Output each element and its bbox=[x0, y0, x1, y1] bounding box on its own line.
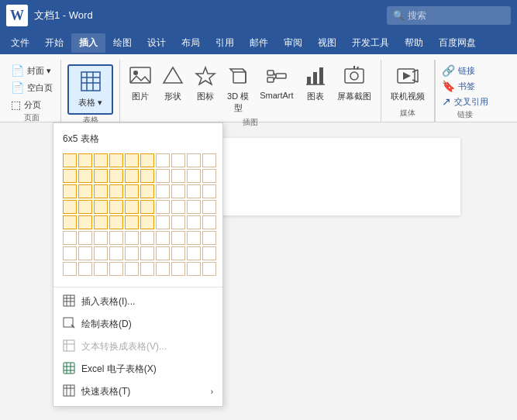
grid-cell[interactable] bbox=[63, 200, 77, 214]
grid-cell[interactable] bbox=[187, 231, 201, 245]
grid-cell[interactable] bbox=[125, 215, 139, 229]
grid-cell[interactable] bbox=[63, 153, 77, 167]
menu-home[interactable]: 开始 bbox=[37, 33, 71, 53]
ribbon-btn-blank-page[interactable]: 📄 空白页 bbox=[8, 80, 56, 95]
grid-cell[interactable] bbox=[202, 262, 216, 276]
grid-cell[interactable] bbox=[125, 262, 139, 276]
grid-cell[interactable] bbox=[156, 153, 170, 167]
grid-cell[interactable] bbox=[94, 215, 108, 229]
grid-cell[interactable] bbox=[109, 246, 123, 260]
grid-cell[interactable] bbox=[187, 184, 201, 198]
grid-cell[interactable] bbox=[187, 246, 201, 260]
grid-cell[interactable] bbox=[109, 153, 123, 167]
grid-cell[interactable] bbox=[202, 215, 216, 229]
grid-cell[interactable] bbox=[78, 215, 92, 229]
grid-cell[interactable] bbox=[78, 153, 92, 167]
menu-references[interactable]: 引用 bbox=[208, 33, 242, 53]
grid-cell[interactable] bbox=[171, 184, 185, 198]
grid-cell[interactable] bbox=[125, 246, 139, 260]
grid-cell[interactable] bbox=[125, 153, 139, 167]
dropdown-excel-table[interactable]: Excel 电子表格(X) bbox=[53, 358, 222, 380]
grid-cell[interactable] bbox=[202, 169, 216, 183]
grid-cell[interactable] bbox=[187, 153, 201, 167]
grid-cell[interactable] bbox=[140, 262, 154, 276]
grid-cell[interactable] bbox=[125, 184, 139, 198]
grid-cell[interactable] bbox=[109, 200, 123, 214]
grid-cell[interactable] bbox=[140, 246, 154, 260]
grid-cell[interactable] bbox=[94, 184, 108, 198]
grid-cell[interactable] bbox=[156, 200, 170, 214]
grid-cell[interactable] bbox=[63, 169, 77, 183]
menu-developer[interactable]: 开发工具 bbox=[344, 33, 397, 53]
grid-cell[interactable] bbox=[171, 153, 185, 167]
grid-cell[interactable] bbox=[109, 262, 123, 276]
ribbon-btn-3d[interactable]: 3D 模型 bbox=[222, 63, 253, 117]
grid-cell[interactable] bbox=[125, 169, 139, 183]
menu-baidu[interactable]: 百度网盘 bbox=[431, 33, 484, 53]
grid-cell[interactable] bbox=[171, 246, 185, 260]
grid-cell[interactable] bbox=[156, 262, 170, 276]
menu-draw[interactable]: 绘图 bbox=[105, 33, 140, 53]
ribbon-btn-cross-ref[interactable]: ↗ 交叉引用 bbox=[439, 94, 491, 109]
grid-cell[interactable] bbox=[78, 246, 92, 260]
grid-cell[interactable] bbox=[140, 184, 154, 198]
grid-cell[interactable] bbox=[63, 246, 77, 260]
grid-cell[interactable] bbox=[171, 215, 185, 229]
grid-cell[interactable] bbox=[63, 184, 77, 198]
grid-cell[interactable] bbox=[202, 200, 216, 214]
ribbon-btn-picture[interactable]: 图片 bbox=[125, 63, 156, 105]
grid-cell[interactable] bbox=[156, 169, 170, 183]
grid-cell[interactable] bbox=[171, 169, 185, 183]
grid-cell[interactable] bbox=[187, 262, 201, 276]
ribbon-btn-link[interactable]: 🔗 链接 bbox=[439, 63, 491, 78]
grid-cell[interactable] bbox=[202, 153, 216, 167]
grid-cell[interactable] bbox=[202, 184, 216, 198]
grid-cell[interactable] bbox=[78, 184, 92, 198]
dropdown-quick-table[interactable]: 快速表格(T) › bbox=[53, 380, 222, 403]
dropdown-draw-table[interactable]: 绘制表格(D) bbox=[53, 313, 222, 336]
grid-cell[interactable] bbox=[94, 169, 108, 183]
grid-cell[interactable] bbox=[140, 153, 154, 167]
grid-cell[interactable] bbox=[125, 200, 139, 214]
grid-cell[interactable] bbox=[140, 169, 154, 183]
search-input[interactable] bbox=[408, 10, 501, 21]
grid-cell[interactable] bbox=[109, 215, 123, 229]
ribbon-btn-shapes[interactable]: 形状 bbox=[157, 63, 188, 105]
grid-cell[interactable] bbox=[202, 246, 216, 260]
grid-cell[interactable] bbox=[125, 231, 139, 245]
ribbon-btn-online-video[interactable]: 联机视频 bbox=[386, 63, 429, 105]
grid-cell[interactable] bbox=[109, 169, 123, 183]
menu-design[interactable]: 设计 bbox=[140, 33, 174, 53]
grid-cell[interactable] bbox=[63, 231, 77, 245]
ribbon-btn-screenshot[interactable]: 屏幕截图 bbox=[333, 63, 376, 105]
grid-cell[interactable] bbox=[109, 184, 123, 198]
grid-cell[interactable] bbox=[94, 153, 108, 167]
menu-help[interactable]: 帮助 bbox=[397, 33, 431, 53]
grid-cell[interactable] bbox=[78, 231, 92, 245]
grid-cell[interactable] bbox=[94, 246, 108, 260]
table-grid[interactable] bbox=[53, 150, 222, 284]
ribbon-btn-bookmark[interactable]: 🔖 书签 bbox=[439, 78, 491, 94]
grid-cell[interactable] bbox=[109, 231, 123, 245]
grid-cell[interactable] bbox=[140, 215, 154, 229]
menu-layout[interactable]: 布局 bbox=[174, 33, 208, 53]
ribbon-btn-cover[interactable]: 📄 封面 ▾ bbox=[8, 63, 56, 78]
menu-review[interactable]: 审阅 bbox=[276, 33, 310, 53]
grid-cell[interactable] bbox=[63, 215, 77, 229]
grid-cell[interactable] bbox=[140, 231, 154, 245]
grid-cell[interactable] bbox=[171, 200, 185, 214]
grid-cell[interactable] bbox=[78, 200, 92, 214]
grid-cell[interactable] bbox=[156, 215, 170, 229]
menu-view[interactable]: 视图 bbox=[310, 33, 344, 53]
grid-cell[interactable] bbox=[94, 200, 108, 214]
dropdown-insert-table[interactable]: 插入表格(I)... bbox=[53, 291, 222, 313]
grid-cell[interactable] bbox=[202, 231, 216, 245]
ribbon-btn-table[interactable]: 表格 ▾ bbox=[67, 64, 113, 115]
ribbon-btn-smartart[interactable]: SmartArt bbox=[255, 63, 298, 103]
grid-cell[interactable] bbox=[156, 184, 170, 198]
grid-cell[interactable] bbox=[187, 169, 201, 183]
menu-insert[interactable]: 插入 bbox=[71, 33, 105, 53]
search-box[interactable]: 🔍 bbox=[387, 6, 511, 25]
grid-cell[interactable] bbox=[94, 262, 108, 276]
grid-cell[interactable] bbox=[156, 231, 170, 245]
